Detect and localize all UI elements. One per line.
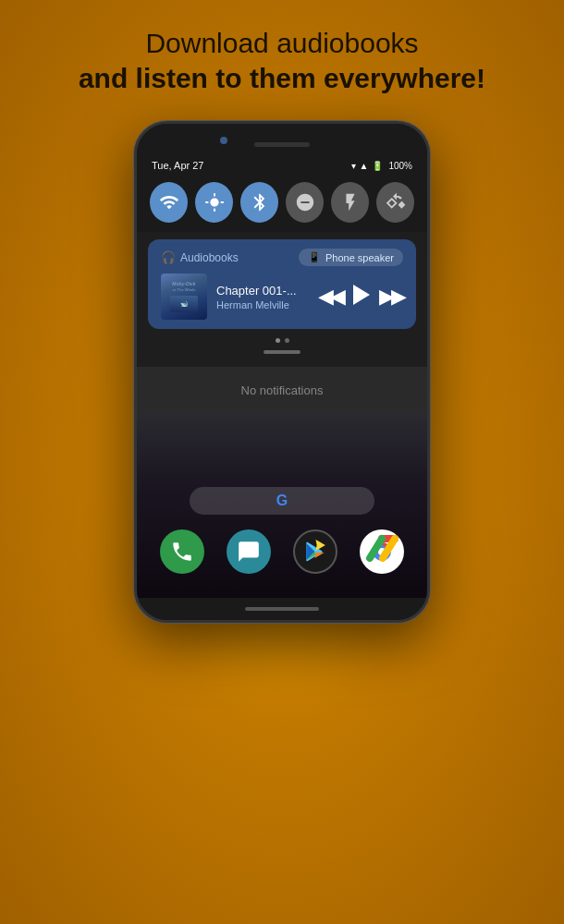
front-camera [220,137,227,144]
headline-line2: and listen to them everywhere! [79,61,485,96]
phone-bottom-bezel [137,598,427,620]
flashlight-toggle[interactable] [331,182,369,223]
book-cover-title: Moby-Dick or The Whale 🐋 [168,279,200,315]
audiobooks-notification[interactable]: 🎧 Audiobooks 📱 Phone speaker [148,239,416,329]
brightness-toggle[interactable] [195,182,233,223]
notif-app-name: 🎧 Audiobooks [161,250,239,264]
battery-percent: 100% [388,161,412,171]
quick-settings-row [137,175,427,232]
notif-content: Moby-Dick or The Whale 🐋 Chapter [161,274,403,320]
playback-controls: ◀◀ ▶▶ [318,285,403,309]
phone-app-icon[interactable] [160,529,204,574]
google-search-bar[interactable]: G [137,487,427,520]
notif-header: 🎧 Audiobooks 📱 Phone speaker [161,249,403,266]
home-screen: G [137,413,427,598]
no-notifications-text: No notifications [241,383,324,397]
headline: Download audiobooks and listen to them e… [51,0,513,112]
phone-speaker-grill [254,142,310,147]
status-time: Tue, Apr 27 [152,160,203,171]
messages-app-icon[interactable] [227,529,271,574]
google-logo: G [276,492,288,509]
play-button[interactable] [351,285,370,309]
wifi-toggle[interactable] [150,182,188,223]
notification-area: 🎧 Audiobooks 📱 Phone speaker [137,232,427,367]
track-title: Chapter 001-... [216,284,305,298]
phone-screen: Tue, Apr 27 ▾ ▲ 🔋 100% [137,154,427,598]
google-search-input[interactable]: G [190,487,374,515]
headline-line1: Download audiobooks [79,26,485,61]
rewind-button[interactable]: ◀◀ [318,286,342,307]
output-label: Phone speaker [325,252,394,263]
output-selector-btn[interactable]: 📱 Phone speaker [299,249,403,266]
book-cover-art: Moby-Dick or The Whale 🐋 [161,274,207,320]
bluetooth-toggle[interactable] [240,182,278,223]
track-info: Chapter 001-... Herman Melville [216,284,305,310]
app-label: Audiobooks [180,251,239,264]
wifi-status-icon: ▾ [351,161,356,171]
no-notifications-area: No notifications [137,367,427,413]
headphones-icon: 🎧 [161,250,176,264]
chrome-app-icon[interactable] [360,529,404,574]
fast-forward-button[interactable]: ▶▶ [379,286,403,307]
home-indicator[interactable] [245,607,319,611]
rotate-toggle[interactable] [376,182,414,223]
play-store-icon[interactable] [293,529,337,574]
battery-icon: 🔋 [372,161,383,171]
swipe-handle[interactable] [264,350,300,354]
track-artist: Herman Melville [216,299,305,310]
dot-2 [285,338,289,343]
status-icons: ▾ ▲ 🔋 100% [351,161,412,171]
dnd-toggle[interactable] [286,182,324,223]
app-dock [137,520,427,583]
phone-top-bezel [137,124,427,154]
status-bar: Tue, Apr 27 ▾ ▲ 🔋 100% [137,154,427,175]
phone-speaker-icon: 📱 [308,251,321,263]
signal-icon: ▲ [360,161,369,171]
page-indicator [148,333,416,346]
phone-device: Tue, Apr 27 ▾ ▲ 🔋 100% [134,121,430,623]
dot-1 [276,338,280,343]
phone-frame: Tue, Apr 27 ▾ ▲ 🔋 100% [134,121,430,623]
